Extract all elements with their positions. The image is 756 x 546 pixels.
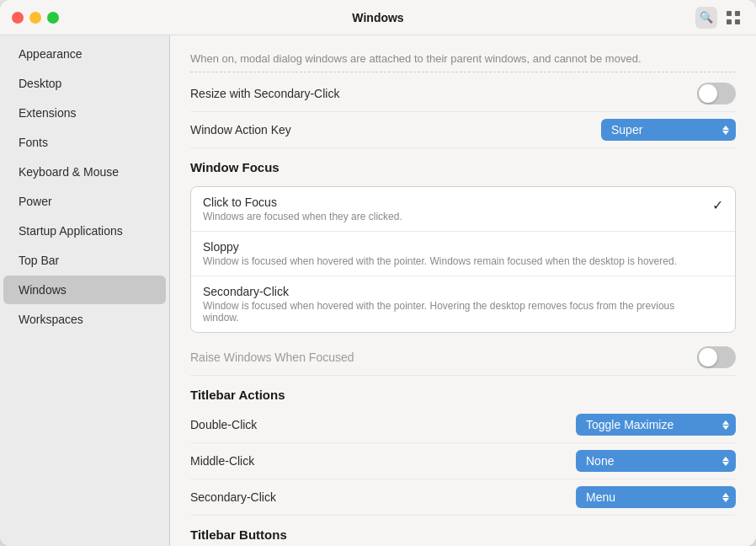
window-action-key-select-wrapper: Super Alt <box>601 119 736 141</box>
content-inner: When on, modal dialog windows are attach… <box>170 35 756 546</box>
svg-rect-2 <box>727 19 732 24</box>
sidebar-item-startup-applications[interactable]: Startup Applications <box>3 217 166 245</box>
main-window: 🔍 Windows Appearance Desktop Extensions … <box>0 0 756 546</box>
window-title: Windows <box>352 11 403 24</box>
close-button[interactable] <box>12 12 24 24</box>
maximize-button[interactable] <box>47 12 59 24</box>
focus-option-secondary-click[interactable]: Secondary-Click Window is focused when h… <box>191 276 735 332</box>
focus-option-secondary-click-desc: Window is focused when hovered with the … <box>203 300 691 324</box>
focus-option-sloppy-desc: Window is focused when hovered with the … <box>203 255 677 267</box>
window-focus-options: Click to Focus Windows are focused when … <box>190 186 736 333</box>
double-click-row: Double-Click Toggle Maximize Toggle Shad… <box>190 407 736 443</box>
double-click-select[interactable]: Toggle Maximize Toggle Shade Minimize No… <box>576 414 736 436</box>
double-click-label: Double-Click <box>190 418 257 431</box>
focus-option-click-to-focus-title: Click to Focus <box>203 195 402 209</box>
sidebar-item-appearance[interactable]: Appearance <box>3 40 166 68</box>
middle-click-row: Middle-Click None Toggle Maximize Minimi… <box>190 443 736 479</box>
search-icon: 🔍 <box>700 11 713 24</box>
sidebar-item-windows[interactable]: Windows <box>3 276 166 304</box>
window-action-key-label: Window Action Key <box>190 123 291 136</box>
svg-rect-0 <box>727 11 732 16</box>
window-controls <box>12 12 59 24</box>
focus-option-sloppy[interactable]: Sloppy Window is focused when hovered wi… <box>191 232 735 276</box>
titlebar-secondary-click-select[interactable]: Menu None Toggle Maximize Minimize <box>576 486 736 508</box>
raise-windows-row: Raise Windows When Focused <box>190 340 736 376</box>
search-button[interactable]: 🔍 <box>695 7 717 29</box>
window-action-key-row: Window Action Key Super Alt <box>190 112 736 148</box>
window-action-key-select[interactable]: Super Alt <box>601 119 736 141</box>
titlebar: 🔍 Windows <box>0 0 756 35</box>
minimize-button[interactable] <box>29 12 41 24</box>
focus-option-click-to-focus-text: Click to Focus Windows are focused when … <box>203 195 402 222</box>
middle-click-select[interactable]: None Toggle Maximize Minimize Lower <box>576 450 736 472</box>
titlebar-secondary-click-label: Secondary-Click <box>190 490 276 504</box>
sidebar-item-desktop[interactable]: Desktop <box>3 69 166 98</box>
content-area: When on, modal dialog windows are attach… <box>170 35 756 546</box>
svg-rect-1 <box>735 11 740 16</box>
sidebar-item-extensions[interactable]: Extensions <box>3 99 166 127</box>
sidebar-item-keyboard-mouse[interactable]: Keyboard & Mouse <box>3 158 166 186</box>
main-layout: Appearance Desktop Extensions Fonts Keyb… <box>0 35 756 546</box>
sidebar-item-top-bar[interactable]: Top Bar <box>3 246 166 275</box>
focus-option-click-to-focus-check: ✓ <box>712 197 723 213</box>
top-note: When on, modal dialog windows are attach… <box>190 46 736 72</box>
focus-option-sloppy-text: Sloppy Window is focused when hovered wi… <box>203 240 677 267</box>
raise-windows-label: Raise Windows When Focused <box>190 351 354 364</box>
titlebar-actions-section-header: Titlebar Actions <box>190 376 736 407</box>
grid-icon[interactable] <box>722 7 744 29</box>
sidebar-item-power[interactable]: Power <box>3 187 166 216</box>
middle-click-label: Middle-Click <box>190 454 254 468</box>
titlebar-buttons-section-header: Titlebar Buttons <box>190 516 736 546</box>
resize-secondary-click-label: Resize with Secondary-Click <box>190 87 339 100</box>
focus-option-click-to-focus-desc: Windows are focused when they are clicke… <box>203 211 402 222</box>
sidebar-item-workspaces[interactable]: Workspaces <box>3 305 166 334</box>
toggle-knob <box>699 84 717 103</box>
focus-option-sloppy-title: Sloppy <box>203 240 677 254</box>
titlebar-secondary-click-row: Secondary-Click Menu None Toggle Maximiz… <box>190 479 736 516</box>
double-click-select-wrapper: Toggle Maximize Toggle Shade Minimize No… <box>576 414 736 436</box>
focus-option-secondary-click-text: Secondary-Click Window is focused when h… <box>203 285 691 324</box>
raise-windows-toggle[interactable] <box>697 346 736 368</box>
sidebar: Appearance Desktop Extensions Fonts Keyb… <box>0 35 170 546</box>
middle-click-select-wrapper: None Toggle Maximize Minimize Lower <box>576 450 736 472</box>
focus-option-click-to-focus[interactable]: Click to Focus Windows are focused when … <box>191 187 735 232</box>
focus-option-secondary-click-title: Secondary-Click <box>203 285 691 298</box>
resize-secondary-click-row: Resize with Secondary-Click <box>190 76 736 112</box>
raise-windows-toggle-knob <box>699 348 717 367</box>
window-focus-section-header: Window Focus <box>190 148 736 179</box>
svg-rect-3 <box>735 19 740 24</box>
resize-secondary-click-toggle[interactable] <box>697 83 736 104</box>
sidebar-item-fonts[interactable]: Fonts <box>3 128 166 157</box>
titlebar-secondary-click-select-wrapper: Menu None Toggle Maximize Minimize <box>576 486 736 508</box>
